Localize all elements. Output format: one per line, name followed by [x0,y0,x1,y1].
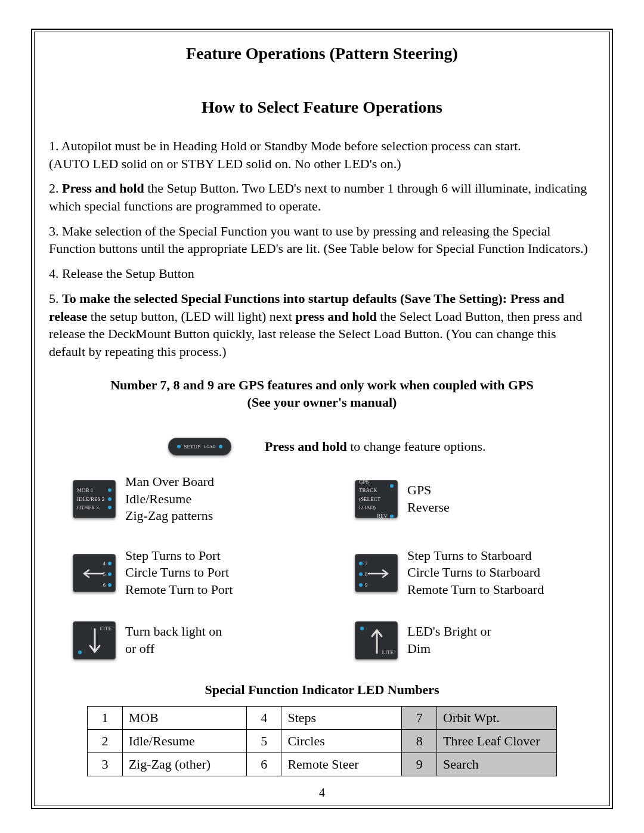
gps-note-1: Number 7, 8 and 9 are GPS features and o… [49,376,595,394]
section-title: How to Select Feature Operations [49,98,595,117]
step-1a: 1. Autopilot must be in Heading Hold or … [49,137,595,155]
page-title: Feature Operations (Pattern Steering) [49,44,595,63]
gps-icon: GPS TRACK (SELECT LOAD) REV [355,480,398,518]
gps-i3: REV [377,512,388,520]
cell: Search [437,753,557,776]
page-number: 4 [35,786,609,800]
mob-i1: MOB 1 [77,486,93,494]
panel-port: 4 5 6 Step Turns to Port Circle Turns to… [73,547,289,599]
panel-gps-l1: GPS [407,482,450,499]
bl-i1: LITE [100,625,112,631]
stb-i3: 9 [365,581,368,589]
port-arrow-icon: 4 5 6 [73,554,116,592]
panel-port-l1: Step Turns to Port [125,547,233,565]
bright-up-icon: LITE [355,621,398,659]
panel-backlight: LITE Turn back light on or off [73,621,289,659]
table-title: Special Function Indicator LED Numbers [49,682,595,698]
cell: MOB [122,706,246,729]
cell: 5 [246,729,281,753]
starboard-arrow-icon: 7 8 9 [355,554,398,592]
panel-gps-l2: Reverse [407,499,450,516]
table-row: 2 Idle/Resume 5 Circles 8 Three Leaf Clo… [88,729,557,753]
backlight-down-icon: LITE [73,621,116,659]
cell: 7 [402,706,437,729]
table-row: 1 MOB 4 Steps 7 Orbit Wpt. [88,706,557,729]
panel-mob: MOB 1 IDLE/RES 2 OTHER 3 Man Over Board … [73,473,289,525]
gps-i1: GPS TRACK [359,478,388,495]
cell: 8 [402,729,437,753]
setup-button-icon: SETUP LOAD [168,438,231,456]
step-5: 5. To make the selected Special Function… [49,290,595,361]
panel-starboard: 7 8 9 Step Turns to Starboard Circle Tur… [355,547,571,599]
setup-label: SETUP [184,444,201,450]
panel-br-l1: LED's Bright or [407,623,491,640]
step-1b: (AUTO LED solid on or STBY LED solid on.… [49,155,595,173]
cell: Orbit Wpt. [437,706,557,729]
table-row: 3 Zig-Zag (other) 6 Remote Steer 9 Searc… [88,753,557,776]
cell: 9 [402,753,437,776]
panel-bl-l1: Turn back light on [125,623,222,640]
port-i2: 5 [103,570,106,578]
step-4: 4. Release the Setup Button [49,265,595,283]
step-2-pre: 2. [49,181,62,196]
cell: 4 [246,706,281,729]
step-3: 3. Make selection of the Special Functio… [49,222,595,258]
panel-mob-l1: Man Over Board [125,473,214,491]
panel-gps: GPS TRACK (SELECT LOAD) REV GPS Reverse [355,473,571,525]
gps-i2: (SELECT LOAD) [359,495,394,512]
cell: 6 [246,753,281,776]
panel-stb-l3: Remote Turn to Starboard [407,581,544,599]
cell: Steps [281,706,402,729]
cell: 1 [88,706,123,729]
panel-mob-l3: Zig-Zag patterns [125,507,214,525]
cell: Three Leaf Clover [437,729,557,753]
cell: Zig-Zag (other) [122,753,246,776]
mob-i2: IDLE/RES 2 [77,495,104,503]
panel-stb-l1: Step Turns to Starboard [407,547,544,565]
panel-bl-l2: or off [125,640,222,658]
panel-port-l3: Remote Turn to Port [125,581,233,599]
cell: Idle/Resume [122,729,246,753]
cell: 3 [88,753,123,776]
panel-port-l2: Circle Turns to Port [125,564,233,581]
step-5-bold2: press and hold [295,309,377,324]
gps-note-2: (See your owner's manual) [49,394,595,411]
step-5-p1: the setup button, (LED will light) next [87,309,295,324]
step-5-pre: 5. [49,291,62,306]
stb-i2: 8 [365,570,368,578]
port-i1: 4 [103,559,106,568]
load-label: LOAD [204,444,215,449]
step-2-bold: Press and hold [62,181,144,196]
setup-instruction-bold: Press and hold [265,439,347,454]
setup-instruction-rest: to change feature options. [347,439,486,454]
port-i3: 6 [103,581,106,589]
mob-i3: OTHER 3 [77,503,99,512]
panel-br-l2: Dim [407,640,491,658]
panel-stb-l2: Circle Turns to Starboard [407,564,544,581]
panel-bright: LITE LED's Bright or Dim [355,621,571,659]
cell: 2 [88,729,123,753]
stb-i1: 7 [365,559,368,568]
led-table: 1 MOB 4 Steps 7 Orbit Wpt. 2 Idle/Resume… [87,706,557,776]
br-i1: LITE [382,649,394,655]
panel-mob-l2: Idle/Resume [125,491,214,508]
cell: Remote Steer [281,753,402,776]
step-2: 2. Press and hold the Setup Button. Two … [49,179,595,215]
setup-instruction: Press and hold to change feature options… [265,438,486,456]
mob-icon: MOB 1 IDLE/RES 2 OTHER 3 [73,480,116,518]
cell: Circles [281,729,402,753]
